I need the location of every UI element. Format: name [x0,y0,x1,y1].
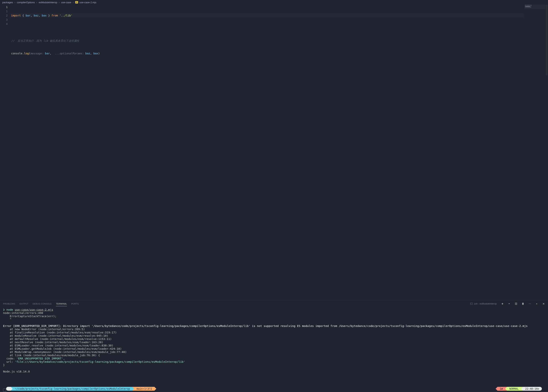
stack-frame: at ModuleWrap.<anonymous> (node:internal… [3,350,127,354]
string-literal: '../lib' [60,14,72,17]
terminal-line: Node.js v18.14.0 [3,370,30,373]
minimap[interactable]: ████ █ ███ ███ ███ █ ███ ██████ ████████… [524,5,545,300]
panel-tabs: PROBLEMS OUTPUT DEBUG CONSOLE TERMINAL P… [0,300,548,307]
close-panel-button[interactable] [542,302,545,305]
separator-icon [154,387,156,391]
line-number: 1 [0,9,11,14]
chevron-right-icon: › [73,1,73,4]
tab-terminal[interactable]: TERMINAL [56,303,67,306]
git-untracked: ?2 [149,387,152,390]
chevron-right-icon: › [14,1,15,4]
ident: console [11,52,22,55]
line-number: 3 [0,18,11,22]
terminal-line: ^ [3,318,12,321]
punct: , [50,52,53,55]
punct: , [90,52,93,55]
tab-ports[interactable]: PORTS [71,303,79,305]
separator-icon [132,387,134,391]
git-ahead: ↑1 [143,387,146,390]
punct: ( [29,52,30,55]
crumb-file[interactable]: use-case-2.mjs [80,1,97,4]
terminal-string: 'file:///Users/bytedance/code/projects/t… [15,360,185,363]
line-number: 2 [0,14,11,18]
separator-icon [11,387,13,391]
code-editor[interactable]: 1 1 2 3 4 import { bar, baz, bax } from … [0,5,548,300]
terminal-error: Error [ERR_UNSUPPORTED_DIR_IMPORT]: Dire… [3,324,527,328]
editor-content[interactable]: import { bar, baz, bax } from '../lib' /… [11,5,524,300]
kill-terminal-button[interactable] [522,302,524,305]
error-icon: ✘ [501,387,503,390]
javascript-file-icon: JS [75,1,78,3]
ident: baz [34,14,38,17]
punct: } [47,14,51,17]
vim-mode: NORMAL [509,387,519,390]
breadcrumb: packages › compilerOptions › esModuleInt… [0,0,548,5]
comment: // 应当正常执行，因为 lib 确实具名导出了这些属性 [11,39,79,42]
time-segment: 22:40:16 ⊙ [523,387,542,391]
bottom-panel: PROBLEMS OUTPUT DEBUG CONSOLE TERMINAL P… [0,300,548,392]
chevron-right-icon: › [59,1,60,4]
chevron-right-icon: › [36,1,37,4]
vertical-scrollbar[interactable] [545,5,548,300]
inlay-hint: ... [53,52,60,55]
stack-frame: at new NodeError (node:internal/errors:3… [3,328,85,331]
maximize-panel-button[interactable] [535,302,538,305]
line-number: 1 [0,5,11,9]
line-number: 4 [0,22,11,26]
stack-frame: at ESMLoader.resolve (node:internal/modu… [3,344,113,347]
os-segment [6,387,11,391]
terminal-line: , [63,357,65,360]
inlay-hint: message: [30,52,45,55]
terminal-arg: use-case/use-case-2.mjs [15,308,53,311]
clock-icon: ⊙ [538,387,539,390]
crumb-esmoduleinterop[interactable]: esModuleInterop [39,1,57,4]
stack-frame: at link (node:internal/modules/esm/modul… [3,354,100,357]
tab-problems[interactable]: PROBLEMS [3,303,15,305]
tab-debug-console[interactable]: DEBUG CONSOLE [33,303,52,305]
terminal-selector[interactable]: zsh - esModuleInterop [470,302,497,305]
shell-status-bar: ~/code/projects/tsconfig-learning/packag… [0,387,548,392]
path-segment: ~/code/projects/tsconfig-learning/packag… [13,387,132,391]
separator-icon [521,387,523,391]
more-actions-icon[interactable] [528,302,531,305]
prompt-char: ❯ [3,308,5,311]
terminal-cmd: node [6,308,13,311]
separator-icon [496,387,498,391]
terminal-output[interactable]: ❯ node use-case/use-case-2.mjs node:inte… [0,307,548,387]
terminal-string: 'ERR_UNSUPPORTED_DIR_IMPORT' [16,357,63,360]
git-dirty: !3 [146,387,149,390]
terminal-icon [470,302,473,305]
ident: bax [42,14,47,17]
method: log [24,52,29,55]
separator-icon [505,387,507,391]
crumb-compileroptions[interactable]: compilerOptions [17,1,35,4]
ident: bax [93,52,98,55]
cwd-text: ~/code/projects/tsconfig-learning/packag… [15,387,130,390]
terminal-line: node:internal/errors:490 [3,311,43,315]
editor-gutter: 1 1 2 3 4 [0,5,11,300]
tab-output[interactable]: OUTPUT [20,303,28,305]
crumb-packages[interactable]: packages [2,1,13,4]
keyword-import: import [11,14,21,17]
split-terminal-button[interactable] [515,302,517,305]
space [58,14,60,17]
stack-frame: at defaultResolve (node:internal/modules… [3,337,111,341]
branch-name: main [136,387,143,390]
ident: baz [85,52,90,55]
ident: bar [26,14,30,17]
checkbox-icon[interactable] [3,389,6,392]
chevron-down-icon[interactable] [508,302,511,305]
error-count: 1 [500,387,501,390]
stack-frame: at nextResolve (node:internal/modules/es… [3,341,103,344]
ident: bar [45,52,50,55]
error-segment: 1 ✘ [498,387,505,391]
terminal-line: ErrorCaptureStackTrace(err); [3,315,56,318]
new-terminal-button[interactable] [501,302,504,305]
crumb-use-case[interactable]: use-case [61,1,71,4]
clock-time: 22:40:16 [525,387,538,390]
punct: , [30,14,34,17]
stack-frame: at ESMLoader.getModuleJob (node:internal… [3,347,122,350]
keyword-from: from [51,14,58,17]
stack-frame: at finalizeResolution (node:internal/mod… [3,331,117,334]
vim-mode-segment: NORMAL [507,387,521,391]
